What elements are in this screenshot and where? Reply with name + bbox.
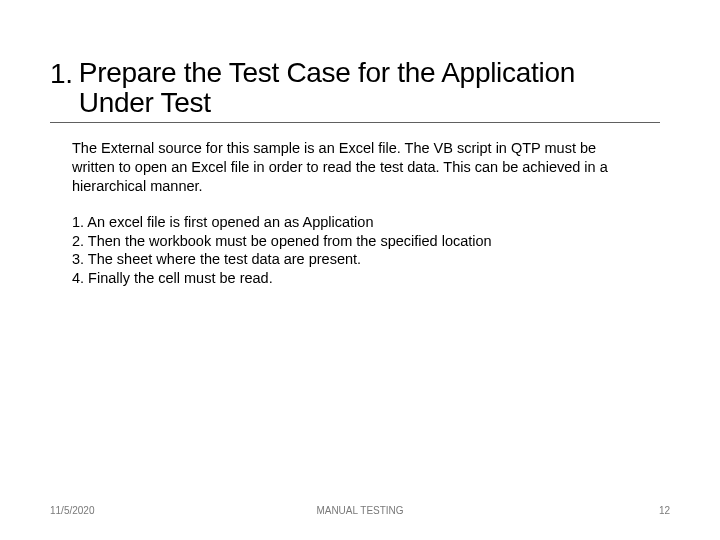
slide-title: 1. Prepare the Test Case for the Applica… xyxy=(50,58,670,118)
body-paragraph: The External source for this sample is a… xyxy=(72,139,640,195)
footer-title: MANUAL TESTING xyxy=(50,505,670,516)
title-text: Prepare the Test Case for the Applicatio… xyxy=(79,58,639,118)
footer-date: 11/5/2020 xyxy=(50,505,95,516)
slide-footer: 11/5/2020 MANUAL TESTING 12 xyxy=(50,505,670,516)
list-item: 2. Then the workbook must be opened from… xyxy=(72,232,640,251)
slide-body: The External source for this sample is a… xyxy=(50,123,650,287)
list-item: 1. An excel file is first opened an as A… xyxy=(72,213,640,232)
list-item: 4. Finally the cell must be read. xyxy=(72,269,640,288)
title-number: 1. xyxy=(50,58,73,90)
steps-list: 1. An excel file is first opened an as A… xyxy=(72,213,640,287)
slide: 1. Prepare the Test Case for the Applica… xyxy=(0,0,720,540)
page-number: 12 xyxy=(659,505,670,516)
list-item: 3. The sheet where the test data are pre… xyxy=(72,250,640,269)
